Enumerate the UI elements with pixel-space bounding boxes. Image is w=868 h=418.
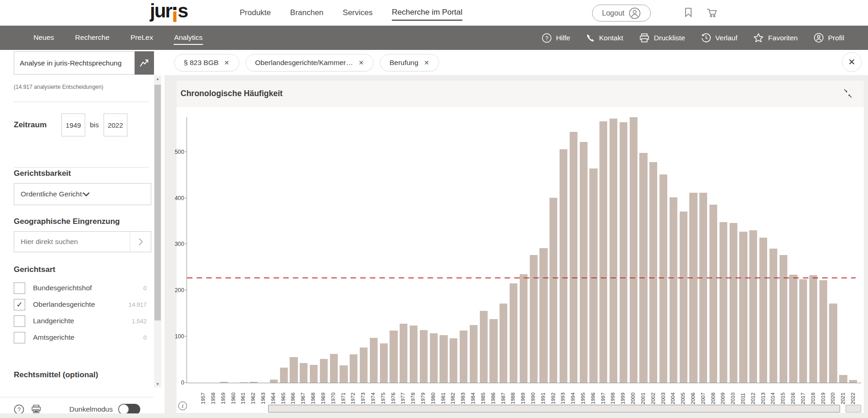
chip-remove-icon[interactable]: ✕	[358, 59, 364, 66]
bar-2008[interactable]	[709, 205, 717, 383]
nav-prelex[interactable]: PreLex	[130, 31, 154, 45]
geo-search-input[interactable]	[14, 232, 130, 252]
bar-2009[interactable]	[720, 222, 727, 383]
chip-remove-icon[interactable]: ✕	[224, 59, 230, 66]
bar-1968[interactable]	[310, 365, 318, 383]
chip-remove-icon[interactable]: ✕	[424, 59, 429, 66]
favoriten-button[interactable]: Favoriten	[753, 33, 798, 43]
bar-2001[interactable]	[639, 153, 647, 383]
logout-button[interactable]: Logout	[592, 5, 651, 22]
nav-recherche[interactable]: Recherche	[75, 31, 110, 45]
bar-1988[interactable]	[510, 283, 517, 383]
bar-2004[interactable]	[670, 197, 677, 383]
topnav-branchen[interactable]: Branchen	[290, 5, 324, 20]
bar-1962[interactable]	[250, 382, 258, 383]
bar-1986[interactable]	[489, 319, 497, 383]
zeitraum-to-input[interactable]	[104, 114, 127, 136]
sidebar-scrollbar[interactable]: ▲ ▼	[154, 76, 161, 387]
bar-2018[interactable]	[809, 275, 817, 383]
bar-1973[interactable]	[360, 347, 368, 383]
juris-logo[interactable]: jurs	[150, 4, 187, 22]
bar-2007[interactable]	[699, 193, 707, 383]
bar-1998[interactable]	[610, 119, 617, 383]
bar-1977[interactable]	[400, 324, 407, 383]
bar-2003[interactable]	[659, 174, 667, 383]
bar-2015[interactable]	[780, 255, 787, 383]
sidebar-scrollbar-thumb[interactable]	[154, 85, 161, 320]
close-analysis-button[interactable]: ✕	[842, 52, 862, 72]
checkbox-unchecked[interactable]	[14, 315, 25, 327]
checkbox-checked[interactable]: ✓	[14, 299, 25, 310]
cart-icon[interactable]	[706, 6, 718, 18]
time-range-slider-handle[interactable]	[846, 405, 861, 413]
collapse-icon[interactable]	[843, 88, 853, 98]
profil-button[interactable]: Profil	[813, 33, 844, 43]
bar-1982[interactable]	[450, 338, 457, 383]
bar-1987[interactable]	[500, 304, 507, 383]
scroll-down-icon[interactable]: ▼	[154, 382, 161, 386]
bar-1969[interactable]	[320, 359, 328, 383]
bar-2006[interactable]	[689, 193, 697, 383]
bar-1993[interactable]	[560, 149, 567, 383]
bar-1989[interactable]	[520, 274, 527, 383]
bar-1991[interactable]	[539, 248, 547, 383]
bar-2021[interactable]	[839, 375, 847, 383]
bar-2005[interactable]	[680, 212, 687, 383]
analyse-search-input[interactable]	[14, 51, 135, 75]
druckliste-button[interactable]: Druckliste	[639, 33, 685, 43]
bookmark-icon[interactable]	[682, 6, 694, 18]
topnav-produkte[interactable]: Produkte	[240, 5, 271, 20]
bar-1978[interactable]	[410, 326, 418, 383]
bar-1961[interactable]	[240, 382, 247, 383]
checkbox-unchecked[interactable]	[14, 332, 25, 343]
bar-1985[interactable]	[480, 311, 488, 383]
bar-1971[interactable]	[340, 365, 347, 383]
bar-1975[interactable]	[380, 343, 388, 383]
bar-1965[interactable]	[280, 368, 288, 383]
bar-1972[interactable]	[350, 354, 357, 383]
topnav-recherche-im-portal[interactable]: Recherche im Portal	[392, 5, 462, 21]
bar-2000[interactable]	[630, 117, 637, 383]
bar-1959[interactable]	[220, 382, 228, 383]
bar-1996[interactable]	[589, 168, 597, 383]
kontakt-button[interactable]: Kontakt	[586, 33, 623, 43]
bar-2012[interactable]	[749, 230, 757, 383]
info-icon[interactable]: i	[178, 402, 187, 410]
checkbox-unchecked[interactable]	[14, 282, 25, 294]
bar-1970[interactable]	[330, 354, 338, 383]
bar-1992[interactable]	[549, 198, 557, 383]
bar-1979[interactable]	[420, 330, 428, 383]
bar-1984[interactable]	[470, 325, 478, 383]
bar-2022[interactable]	[849, 380, 857, 383]
bar-1981[interactable]	[439, 335, 447, 383]
bar-1994[interactable]	[570, 132, 577, 383]
time-range-slider[interactable]	[268, 405, 840, 413]
scroll-up-icon[interactable]: ▲	[154, 76, 161, 81]
nav-analytics[interactable]: Analytics	[174, 31, 203, 45]
analyse-run-button[interactable]	[135, 51, 154, 75]
bar-1966[interactable]	[290, 357, 297, 383]
bar-2011[interactable]	[739, 232, 747, 383]
bar-2002[interactable]	[649, 162, 657, 383]
hilfe-button[interactable]: ? Hilfe	[542, 33, 570, 43]
bar-1990[interactable]	[530, 255, 538, 383]
zeitraum-from-input[interactable]	[61, 114, 85, 136]
gerichtsbarkeit-select[interactable]: Ordentliche Gerichtsbarkeit (Zivils…	[14, 183, 151, 205]
geo-search-button[interactable]	[130, 232, 151, 252]
bar-1999[interactable]	[620, 122, 627, 383]
bar-2016[interactable]	[789, 275, 797, 383]
bar-2014[interactable]	[769, 249, 777, 383]
bar-1983[interactable]	[460, 331, 467, 383]
bar-1997[interactable]	[599, 121, 607, 383]
verlauf-button[interactable]: Verlauf	[701, 33, 737, 43]
bar-2017[interactable]	[799, 279, 807, 383]
bar-1974[interactable]	[370, 338, 378, 383]
bar-1980[interactable]	[430, 333, 438, 383]
bar-2013[interactable]	[759, 238, 767, 383]
bar-2019[interactable]	[819, 280, 827, 383]
bar-2010[interactable]	[730, 223, 737, 383]
bar-1967[interactable]	[300, 363, 308, 383]
bar-1976[interactable]	[390, 331, 397, 383]
print-icon[interactable]	[31, 404, 42, 414]
bar-1964[interactable]	[270, 380, 278, 383]
